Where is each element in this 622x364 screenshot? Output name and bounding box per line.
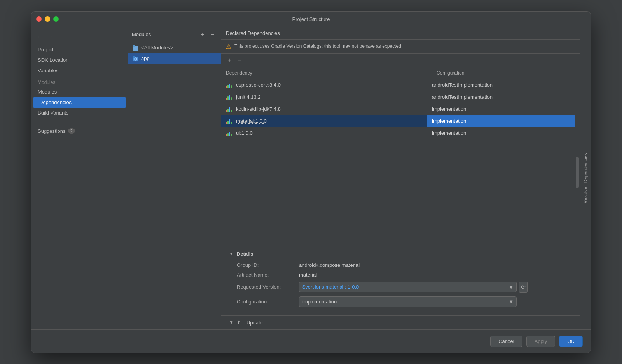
suggestions-badge: 2 — [68, 128, 75, 134]
scrollbar-thumb[interactable] — [576, 157, 579, 188]
dep-row-espresso[interactable]: espresso-core:3.4.0 androidTestImplement… — [221, 79, 575, 91]
close-button[interactable] — [36, 16, 42, 22]
update-header[interactable]: ▼ ⬆ Update — [229, 320, 572, 326]
declared-deps-header: Declared Dependencies — [221, 27, 580, 40]
ok-button[interactable]: OK — [559, 336, 583, 347]
forward-arrow[interactable]: → — [45, 32, 55, 41]
dep-name-ui: ui:1.0.0 — [236, 130, 253, 136]
dep-config-material: implementation — [427, 115, 575, 127]
details-panel: ▼ Details Group ID: androidx.compose.mat… — [221, 246, 580, 315]
module-app-icon — [133, 56, 139, 62]
suggestions-item[interactable]: Suggestions 2 — [31, 126, 128, 136]
warning-bar: ⚠ This project uses Gradle Version Catal… — [221, 40, 580, 54]
refresh-button[interactable]: ⟳ — [519, 282, 528, 293]
warning-icon: ⚠ — [226, 43, 231, 50]
sidebar-item-project[interactable]: Project — [31, 44, 128, 55]
configuration-select[interactable]: implementation — [299, 296, 517, 307]
configuration-row: Configuration: implementation ▼ — [229, 296, 572, 307]
dep-config-espresso: androidTestImplementation — [427, 79, 575, 91]
deps-add-button[interactable]: + — [225, 56, 234, 64]
deps-remove-button[interactable]: − — [235, 56, 244, 64]
artifact-name-label: Artifact Name: — [237, 272, 299, 278]
version-input-wrapper: $versions.material : 1.0.0 ▼ ⟳ — [299, 282, 572, 293]
group-id-value: androidx.compose.material — [299, 262, 360, 268]
deps-toolbar: + − — [221, 54, 580, 67]
details-chevron-icon: ▼ — [229, 251, 234, 256]
dep-name-kotlin: kotlin-stdlib-jdk7:4.8 — [236, 106, 281, 112]
update-chevron-icon: ▼ — [229, 320, 234, 325]
dep-name-espresso: espresso-core:3.4.0 — [236, 82, 281, 88]
minimize-button[interactable] — [45, 16, 50, 22]
declared-deps-title: Declared Dependencies — [226, 30, 280, 36]
suggestions-label: Suggestions — [38, 128, 66, 134]
modules-panel-title: Modules — [132, 31, 151, 37]
dep-icon-ui — [226, 130, 233, 136]
module-folder-icon — [133, 45, 139, 51]
requested-version-row: Requested Version: $versions.material : … — [229, 282, 572, 293]
window-title: Project Structure — [292, 16, 330, 22]
deps-rows-wrapper: espresso-core:3.4.0 androidTestImplement… — [221, 79, 580, 246]
dep-icon-junit — [226, 94, 233, 100]
deps-table-container: Dependency Configuration — [221, 67, 580, 329]
main-content: ← → Project SDK Location Variables Modul… — [31, 27, 591, 329]
artifact-name-value: material — [299, 272, 317, 278]
right-content: Declared Dependencies ⚠ This project use… — [221, 27, 580, 329]
modules-toolbar: + − — [198, 30, 217, 39]
maximize-button[interactable] — [53, 16, 59, 22]
window-controls — [36, 16, 59, 22]
dep-config-junit: androidTestImplementation — [427, 91, 575, 103]
module-all[interactable]: <All Modules> — [128, 42, 221, 53]
dep-row-kotlin[interactable]: kotlin-stdlib-jdk7:4.8 implementation — [221, 103, 575, 115]
modules-remove-button[interactable]: − — [208, 30, 217, 39]
dep-icon-kotlin — [226, 106, 233, 112]
update-title: Update — [246, 320, 263, 326]
module-app-label: app — [141, 56, 150, 61]
back-arrow[interactable]: ← — [35, 32, 44, 41]
version-select-container: $versions.material : 1.0.0 ▼ — [299, 282, 517, 292]
dep-config-kotlin: implementation — [427, 103, 575, 115]
dep-row-ui[interactable]: ui:1.0.0 implementation — [221, 127, 575, 139]
cancel-button[interactable]: Cancel — [490, 336, 522, 347]
details-title: Details — [237, 251, 253, 257]
deps-table-header: Dependency Configuration — [221, 67, 580, 79]
apply-button[interactable]: Apply — [526, 336, 556, 347]
sidebar-item-variables[interactable]: Variables — [31, 65, 128, 76]
sidebar-item-build-variants[interactable]: Build Variants — [31, 108, 128, 118]
warning-text: This project uses Gradle Version Catalog… — [234, 44, 402, 49]
dep-row-material[interactable]: material:1.0.0 implementation — [221, 115, 575, 127]
sidebar-item-sdk-location[interactable]: SDK Location — [31, 55, 128, 65]
config-select-container: implementation ▼ — [299, 296, 517, 307]
version-select[interactable]: $versions.material : 1.0.0 — [299, 282, 517, 292]
sidebar-item-dependencies[interactable]: Dependencies — [33, 97, 126, 108]
modules-section-header: Modules — [31, 76, 128, 87]
group-id-row: Group ID: androidx.compose.material — [229, 262, 572, 268]
resolved-deps-sidebar[interactable]: Resolved Dependencies — [580, 27, 591, 329]
bottom-bar: Cancel Apply OK — [31, 329, 591, 353]
sidebar-nav: ← → — [31, 30, 128, 44]
update-panel: ▼ ⬆ Update — [221, 315, 580, 329]
modules-panel: Modules + − <All Modules> — [128, 27, 221, 329]
sidebar: ← → Project SDK Location Variables Modul… — [31, 27, 128, 329]
svg-rect-1 — [133, 45, 135, 47]
update-upload-icon: ⬆ — [237, 320, 241, 326]
configuration-label: Configuration: — [237, 299, 299, 305]
resolved-deps-label: Resolved Dependencies — [583, 153, 588, 204]
svg-rect-3 — [133, 56, 135, 58]
module-all-label: <All Modules> — [141, 45, 173, 51]
col-configuration: Configuration — [432, 69, 580, 77]
dep-name-material: material:1.0.0 — [236, 118, 267, 124]
details-header[interactable]: ▼ Details — [229, 251, 572, 257]
artifact-name-row: Artifact Name: material — [229, 272, 572, 278]
dep-icon-material — [226, 118, 233, 124]
module-app[interactable]: app — [128, 53, 221, 64]
project-structure-window: Project Structure ← → Project SDK Locati… — [31, 11, 591, 353]
requested-version-label: Requested Version: — [237, 284, 299, 290]
dep-name-junit: junit:4.13.2 — [236, 94, 261, 100]
modules-add-button[interactable]: + — [198, 30, 207, 39]
group-id-label: Group ID: — [237, 262, 299, 268]
dep-config-ui: implementation — [427, 127, 575, 139]
dep-row-junit[interactable]: junit:4.13.2 androidTestImplementation — [221, 91, 575, 103]
deps-rows-container[interactable]: espresso-core:3.4.0 androidTestImplement… — [221, 79, 575, 246]
scrollbar-track[interactable] — [575, 79, 580, 246]
sidebar-item-modules[interactable]: Modules — [31, 87, 128, 97]
